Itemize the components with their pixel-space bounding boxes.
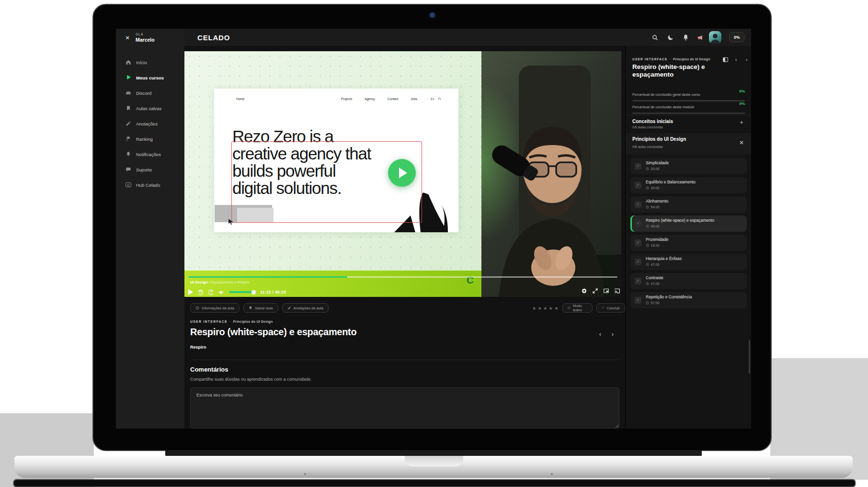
lesson-card[interactable]: ✓ Simplicidade 20:00 (630, 158, 747, 174)
checkbox-icon[interactable]: ✓ (635, 220, 641, 227)
lesson-buttons: Informações da aula Salvar aula Anotaçõe… (190, 303, 329, 313)
star-icon[interactable]: ★ (538, 306, 542, 311)
lesson-card[interactable]: ✓ Repetição e Consistência 57:00 (630, 292, 747, 308)
sidebar-item-notificacoes[interactable]: Notificações (116, 147, 184, 162)
complete-lesson-button[interactable]: ✓ Concluir (596, 303, 625, 313)
panel-tools: ‹ › (722, 57, 750, 63)
fullscreen-icon[interactable] (592, 288, 598, 294)
sidebar-item-anotacoes[interactable]: Anotações (116, 116, 184, 131)
panel-next-icon[interactable]: › (743, 57, 750, 63)
checkbox-icon[interactable]: ✓ (635, 201, 641, 208)
sidebar-item-label: Suporte (136, 167, 152, 172)
skip-back-icon[interactable]: 10 (197, 289, 204, 295)
progress-badge[interactable]: 0% (729, 32, 744, 42)
player-controls-right (581, 288, 620, 294)
module-principios-ui-design[interactable]: Princípios do UI Design 0/8 aulas conclu… (626, 133, 751, 154)
announcements-megaphone-icon[interactable] (697, 34, 704, 41)
laptop-base-notch (405, 456, 463, 466)
sidebar-item-discord[interactable]: Discord (116, 85, 184, 101)
volume-slider[interactable] (229, 291, 256, 293)
sidebar-item-aulas-salvas[interactable]: Aulas salvas (116, 101, 184, 116)
website-nav-link: Agency (365, 97, 375, 101)
star-icon[interactable]: ★ (554, 306, 559, 311)
star-icon[interactable]: ★ (532, 306, 537, 311)
checkbox-icon[interactable]: ✓ (635, 239, 641, 246)
star-icon[interactable]: ★ (549, 306, 553, 311)
previous-lesson-button[interactable]: ‹ (596, 330, 604, 338)
lesson-info-button[interactable]: Informações da aula (190, 303, 240, 313)
pencil-icon (287, 306, 291, 310)
save-lesson-button[interactable]: Salvar aula (243, 303, 278, 313)
celado-logo: CELADO (197, 34, 230, 42)
pencil-icon (126, 121, 131, 126)
checkbox-icon[interactable]: ✓ (635, 259, 641, 265)
sidebar-item-label: Hub Celado (136, 182, 160, 188)
scrollbar[interactable] (749, 340, 750, 374)
comments-title: Comentários (190, 366, 619, 373)
comment-input[interactable] (190, 387, 619, 429)
cursor-pointer (228, 218, 233, 224)
laptop-foot (551, 473, 553, 475)
seek-bar[interactable] (188, 276, 617, 278)
sidebar-item-label: Discord (136, 91, 151, 96)
main-content: Home Projects Agency Contact Jobs En Fr (184, 46, 625, 429)
star-icon[interactable]: ★ (543, 306, 548, 311)
flag-icon (126, 136, 131, 142)
user-avatar[interactable] (709, 31, 721, 44)
lesson-card[interactable]: ✓ Alinhamento 54:00 (630, 196, 747, 213)
cast-icon[interactable] (614, 288, 620, 294)
bookmark-icon (249, 306, 252, 310)
lesson-card[interactable]: ✓ Hierarquia e Ênfase 47:00 (630, 254, 747, 270)
sidebar-item-inicio[interactable]: Início (116, 55, 184, 70)
lesson-card-active[interactable]: ✓ Respiro (white-space) e espaçamento 45… (630, 215, 747, 232)
topbar: CELADO 0% (116, 29, 751, 46)
checkbox-icon[interactable]: ✓ (635, 163, 641, 170)
clock-icon (646, 301, 649, 305)
seek-bar-fill (188, 276, 347, 278)
home-icon (126, 59, 131, 65)
play-button[interactable] (188, 289, 193, 295)
time-display: 11:22 / 45:25 (260, 290, 286, 294)
website-nav-langs: En Fr (431, 97, 441, 101)
video-player[interactable]: Home Projects Agency Contact Jobs En Fr (184, 51, 621, 297)
sidebar-item-suporte[interactable]: Suporte (116, 162, 184, 177)
tab-respiro[interactable]: Respiro (190, 345, 206, 350)
screenshare-feed: Home Projects Agency Contact Jobs En Fr (184, 51, 481, 297)
checkbox-icon[interactable]: ✓ (635, 297, 641, 304)
sidebar-item-meus-cursos[interactable]: Meus cursos (116, 70, 184, 85)
next-lesson-button[interactable]: › (609, 330, 617, 338)
rating-stars: ★ ★ ★ ★ ★ (532, 306, 559, 311)
website-nav-link: Projects (341, 97, 352, 101)
module-conceitos-iniciais[interactable]: Conceitos iniciais 0/6 aulas concluídas … (632, 119, 745, 129)
laptop-foot (304, 473, 306, 475)
expand-module-icon[interactable]: + (738, 120, 745, 126)
lesson-card[interactable]: ✓ Proximidade 18:00 (630, 235, 747, 251)
webcam-feed (481, 51, 621, 297)
volume-knob[interactable] (251, 290, 256, 294)
pip-icon[interactable] (603, 288, 609, 294)
video-play-button[interactable] (388, 159, 416, 187)
clock-icon (646, 205, 649, 209)
collapse-panel-icon[interactable] (722, 57, 729, 63)
sidebar-item-label: Notificações (136, 152, 161, 157)
notifications-bell-icon[interactable] (682, 34, 689, 41)
collapse-module-icon[interactable]: ✕ (738, 140, 745, 147)
checkbox-icon[interactable]: ✓ (635, 278, 641, 284)
comments-section: Comentários Compartilhe suas dúvidas ou … (190, 366, 619, 429)
panel-prev-icon[interactable]: ‹ (733, 57, 739, 63)
lesson-notes-button[interactable]: Anotações da aula (282, 303, 329, 313)
sidebar-item-hub-celado[interactable]: C Hub Celado (116, 177, 184, 193)
theater-mode-button[interactable]: Modo teatro (562, 303, 593, 313)
website-nav-home: Home (236, 97, 244, 101)
checkbox-icon[interactable]: ✓ (635, 182, 641, 189)
dark-mode-moon-icon[interactable] (667, 34, 674, 41)
settings-gear-icon[interactable] (581, 288, 587, 294)
sidebar-close-icon[interactable]: ✕ (125, 35, 130, 41)
lesson-card[interactable]: ✓ Contraste 47:00 (630, 273, 747, 289)
skip-forward-icon[interactable]: 5 (208, 289, 214, 295)
search-icon[interactable] (651, 34, 659, 41)
player-controls-left: 10 5 1 (188, 288, 286, 296)
sidebar-item-ranking[interactable]: Ranking (116, 131, 184, 147)
volume-icon[interactable] (218, 289, 225, 295)
lesson-card[interactable]: ✓ Equilíbrio e Balanceamento 39:00 (630, 177, 747, 193)
